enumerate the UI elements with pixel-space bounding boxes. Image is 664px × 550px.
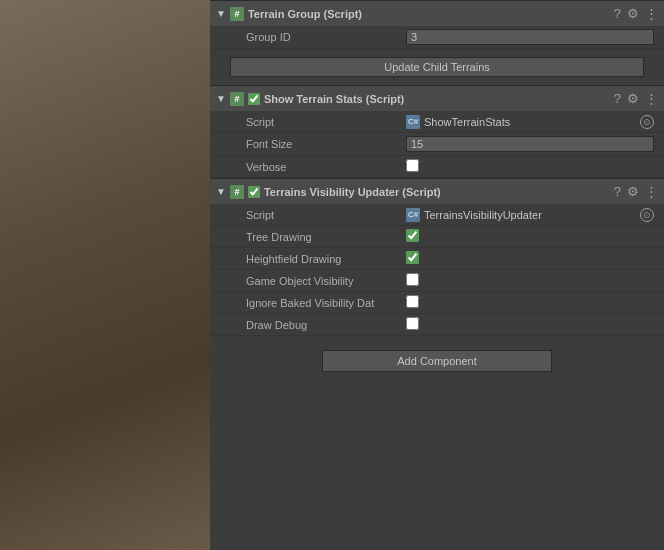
field-value-group-id — [406, 29, 654, 45]
field-label-ignore-baked: Ignore Baked Visibility Dat — [246, 297, 406, 309]
tree-drawing-checkbox[interactable] — [406, 229, 419, 242]
collapse-arrow-terrain-group[interactable]: ▼ — [216, 8, 226, 19]
ignore-baked-checkbox[interactable] — [406, 295, 419, 308]
collapse-arrow-show-terrain-stats[interactable]: ▼ — [216, 93, 226, 104]
enabled-checkbox-terrains-visibility[interactable] — [248, 186, 260, 198]
field-label-group-id: Group ID — [246, 31, 406, 43]
field-value-verbose — [406, 159, 654, 174]
field-row-ignore-baked: Ignore Baked Visibility Dat — [210, 292, 664, 314]
section-terrains-visibility: ▼ # Terrains Visibility Updater (Script)… — [210, 178, 664, 336]
field-row-script-tv: Script C# TerrainsVisibilityUpdater ⊙ — [210, 204, 664, 226]
help-icon-terrains-visibility[interactable]: ? — [614, 185, 621, 198]
field-value-heightfield-drawing — [406, 251, 654, 266]
add-component-button[interactable]: Add Component — [322, 350, 552, 372]
section-content-terrain-group: Group ID Update Child Terrains — [210, 26, 664, 85]
field-label-tree-drawing: Tree Drawing — [246, 231, 406, 243]
object-picker-icon-tv[interactable]: ⊙ — [640, 208, 654, 222]
section-title-show-terrain-stats: Show Terrain Stats (Script) — [264, 93, 614, 105]
field-row-font-size: Font Size — [210, 133, 664, 156]
inspector-panel: ▼ # Terrain Group (Script) ? ⚙ ⋮ Group I… — [210, 0, 664, 550]
more-icon-terrains-visibility[interactable]: ⋮ — [645, 185, 658, 198]
field-label-font-size: Font Size — [246, 138, 406, 150]
hash-icon-show-terrain-stats: # — [230, 92, 244, 106]
section-header-terrains-visibility: ▼ # Terrains Visibility Updater (Script)… — [210, 178, 664, 204]
hash-icon-terrain-group: # — [230, 7, 244, 21]
settings-icon-terrains-visibility[interactable]: ⚙ — [627, 185, 639, 198]
script-file-icon-sts: C# — [406, 115, 420, 129]
script-name-tv: TerrainsVisibilityUpdater — [424, 209, 542, 221]
field-value-tree-drawing — [406, 229, 654, 244]
update-child-terrains-button[interactable]: Update Child Terrains — [230, 57, 644, 77]
section-title-terrains-visibility: Terrains Visibility Updater (Script) — [264, 186, 614, 198]
field-row-draw-debug: Draw Debug — [210, 314, 664, 336]
group-id-input[interactable] — [406, 29, 654, 45]
more-icon-show-terrain-stats[interactable]: ⋮ — [645, 92, 658, 105]
more-icon-terrain-group[interactable]: ⋮ — [645, 7, 658, 20]
draw-debug-checkbox[interactable] — [406, 317, 419, 330]
section-icons-show-terrain-stats: ? ⚙ ⋮ — [614, 92, 658, 105]
collapse-arrow-terrains-visibility[interactable]: ▼ — [216, 186, 226, 197]
field-row-group-id: Group ID — [210, 26, 664, 49]
enabled-checkbox-show-terrain-stats[interactable] — [248, 93, 260, 105]
field-value-draw-debug — [406, 317, 654, 332]
hash-icon-terrains-visibility: # — [230, 185, 244, 199]
section-icons-terrains-visibility: ? ⚙ ⋮ — [614, 185, 658, 198]
help-icon-terrain-group[interactable]: ? — [614, 7, 621, 20]
section-terrain-group: ▼ # Terrain Group (Script) ? ⚙ ⋮ Group I… — [210, 0, 664, 85]
field-row-heightfield-drawing: Heightfield Drawing — [210, 248, 664, 270]
object-picker-icon-sts[interactable]: ⊙ — [640, 115, 654, 129]
section-content-show-terrain-stats: Script C# ShowTerrainStats ⊙ Font Size V… — [210, 111, 664, 178]
section-content-terrains-visibility: Script C# TerrainsVisibilityUpdater ⊙ Tr… — [210, 204, 664, 336]
field-label-script-tv: Script — [246, 209, 406, 221]
help-icon-show-terrain-stats[interactable]: ? — [614, 92, 621, 105]
section-header-show-terrain-stats: ▼ # Show Terrain Stats (Script) ? ⚙ ⋮ — [210, 85, 664, 111]
script-file-icon-tv: C# — [406, 208, 420, 222]
settings-icon-show-terrain-stats[interactable]: ⚙ — [627, 92, 639, 105]
field-label-game-object-visibility: Game Object Visibility — [246, 275, 406, 287]
field-label-heightfield-drawing: Heightfield Drawing — [246, 253, 406, 265]
field-value-script-sts: C# ShowTerrainStats ⊙ — [406, 115, 654, 129]
field-value-font-size — [406, 136, 654, 152]
field-row-verbose: Verbose — [210, 156, 664, 178]
section-title-terrain-group: Terrain Group (Script) — [248, 8, 614, 20]
field-label-script-sts: Script — [246, 116, 406, 128]
script-name-sts: ShowTerrainStats — [424, 116, 510, 128]
field-label-verbose: Verbose — [246, 161, 406, 173]
add-component-row: Add Component — [210, 340, 664, 382]
section-show-terrain-stats: ▼ # Show Terrain Stats (Script) ? ⚙ ⋮ Sc… — [210, 85, 664, 178]
field-value-game-object-visibility — [406, 273, 654, 288]
scene-view-panel — [0, 0, 210, 550]
verbose-checkbox[interactable] — [406, 159, 419, 172]
field-row-tree-drawing: Tree Drawing — [210, 226, 664, 248]
font-size-input[interactable] — [406, 136, 654, 152]
heightfield-drawing-checkbox[interactable] — [406, 251, 419, 264]
section-header-terrain-group: ▼ # Terrain Group (Script) ? ⚙ ⋮ — [210, 0, 664, 26]
field-label-draw-debug: Draw Debug — [246, 319, 406, 331]
field-value-script-tv: C# TerrainsVisibilityUpdater ⊙ — [406, 208, 654, 222]
section-icons-terrain-group: ? ⚙ ⋮ — [614, 7, 658, 20]
game-object-visibility-checkbox[interactable] — [406, 273, 419, 286]
settings-icon-terrain-group[interactable]: ⚙ — [627, 7, 639, 20]
bottom-empty-area — [210, 382, 664, 550]
field-value-ignore-baked — [406, 295, 654, 310]
field-row-script-sts: Script C# ShowTerrainStats ⊙ — [210, 111, 664, 133]
field-row-game-object-visibility: Game Object Visibility — [210, 270, 664, 292]
